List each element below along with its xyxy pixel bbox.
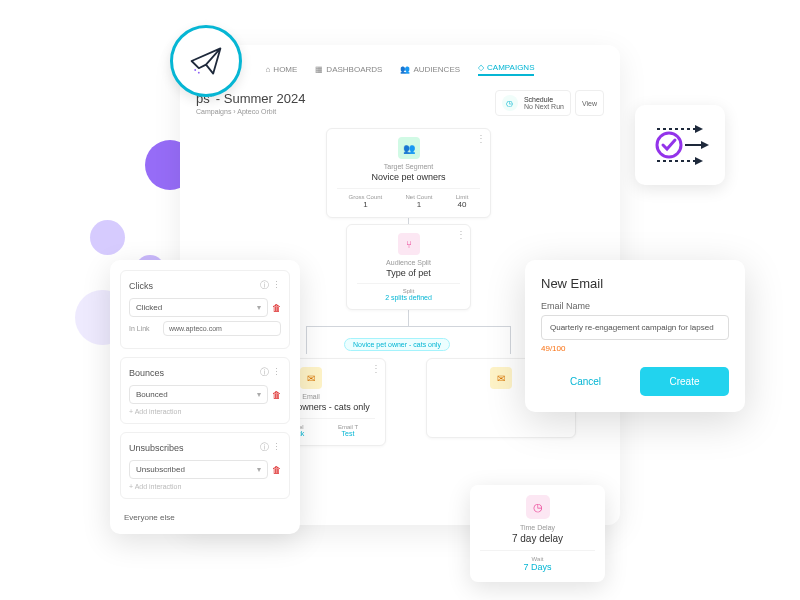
info-icon[interactable]: ⓘ ⋮ (260, 279, 281, 292)
add-interaction[interactable]: + Add interaction (129, 483, 281, 490)
cancel-button[interactable]: Cancel (541, 367, 630, 396)
breadcrumb[interactable]: Campaigns › Apteco Orbit (196, 108, 305, 115)
schedule-button[interactable]: ◷ ScheduleNo Next Run (495, 90, 571, 116)
info-icon[interactable]: ⓘ ⋮ (260, 366, 281, 379)
email-icon: ✉ (490, 367, 512, 389)
section-title: Unsubscribes (129, 443, 184, 453)
time-delay-node[interactable]: ◷ Time Delay 7 day delay Wait 7 Days (470, 485, 605, 582)
delete-icon[interactable]: 🗑 (272, 465, 281, 475)
nav-campaigns[interactable]: ◇ CAMPAIGNS (478, 63, 534, 76)
top-nav: ⌂ HOME ▦ DASHBOARDS 👥 AUDIENCES ◇ CAMPAI… (196, 59, 604, 86)
section-title: Clicks (129, 281, 153, 291)
connector (306, 326, 307, 354)
interactions-panel: Clicksⓘ ⋮ Clicked▾ 🗑 In Link www.apteco.… (110, 260, 300, 534)
bounces-section: Bouncesⓘ ⋮ Bounced▾ 🗑 + Add interaction (120, 357, 290, 424)
svg-point-1 (198, 72, 200, 74)
new-email-modal: New Email Email Name Quarterly re-engage… (525, 260, 745, 412)
svg-point-0 (194, 69, 196, 71)
add-interaction[interactable]: + Add interaction (129, 408, 281, 415)
split-icon: ⑂ (398, 233, 420, 255)
everyone-else[interactable]: Everyone else (120, 507, 290, 524)
workflow-icon (635, 105, 725, 185)
info-icon[interactable]: ⓘ ⋮ (260, 441, 281, 454)
more-icon[interactable]: ⋮ (456, 229, 466, 240)
clock-icon: ◷ (502, 95, 518, 111)
char-count: 49/100 (541, 344, 729, 353)
paper-plane-icon (170, 25, 242, 97)
view-button[interactable]: View (575, 90, 604, 116)
link-input[interactable]: www.apteco.com (163, 321, 281, 336)
unsubscribed-select[interactable]: Unsubscribed▾ (129, 460, 268, 479)
connector (510, 326, 511, 354)
unsubscribes-section: Unsubscribesⓘ ⋮ Unsubscribed▾ 🗑 + Add in… (120, 432, 290, 499)
delete-icon[interactable]: 🗑 (272, 390, 281, 400)
more-icon[interactable]: ⋮ (476, 133, 486, 144)
bounced-select[interactable]: Bounced▾ (129, 385, 268, 404)
nav-audiences[interactable]: 👥 AUDIENCES (400, 63, 460, 76)
clock-icon: ◷ (526, 495, 550, 519)
target-segment-node[interactable]: ⋮ 👥 Target Segment Novice pet owners Gro… (326, 128, 491, 218)
nav-dashboards[interactable]: ▦ DASHBOARDS (315, 63, 382, 76)
people-icon: 👥 (398, 137, 420, 159)
clicked-select[interactable]: Clicked▾ (129, 298, 268, 317)
nav-home[interactable]: ⌂ HOME (266, 63, 298, 76)
audience-split-node[interactable]: ⋮ ⑂ Audience Split Type of pet Split 2 s… (346, 224, 471, 310)
connector (306, 326, 511, 327)
more-icon[interactable]: ⋮ (371, 363, 381, 374)
delete-icon[interactable]: 🗑 (272, 303, 281, 313)
decorative-circle (90, 220, 125, 255)
email-name-input[interactable]: Quarterly re-engagement campaign for lap… (541, 315, 729, 340)
section-title: Bounces (129, 368, 164, 378)
email-icon: ✉ (300, 367, 322, 389)
create-button[interactable]: Create (640, 367, 729, 396)
clicks-section: Clicksⓘ ⋮ Clicked▾ 🗑 In Link www.apteco.… (120, 270, 290, 349)
modal-title: New Email (541, 276, 729, 291)
field-label: Email Name (541, 301, 729, 311)
branch-pill[interactable]: Novice pet owner - cats only (344, 338, 450, 351)
